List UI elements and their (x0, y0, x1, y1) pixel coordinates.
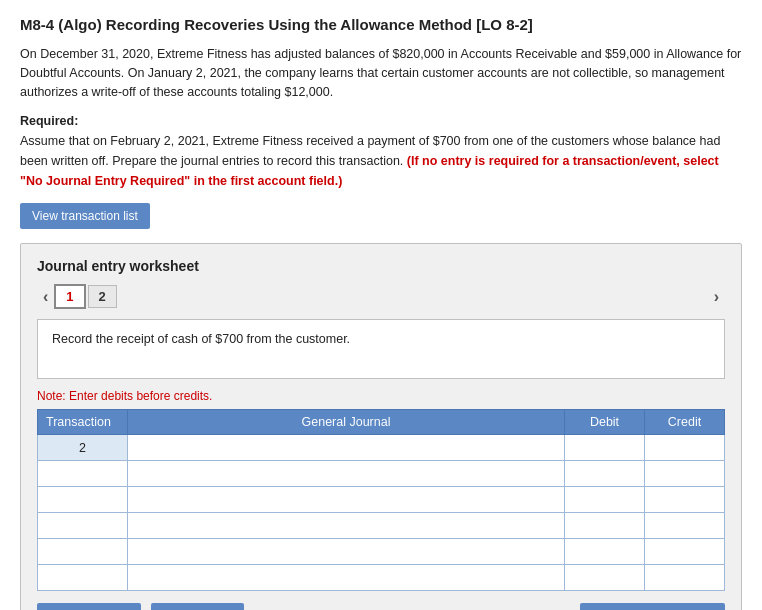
instruction-box: Record the receipt of cash of $700 from … (37, 319, 725, 379)
transaction-cell-1: 2 (38, 435, 128, 461)
credit-cell-4[interactable] (645, 513, 725, 539)
transaction-cell-4 (38, 513, 128, 539)
journal-input-2[interactable] (132, 466, 560, 482)
journal-cell-6[interactable] (128, 565, 565, 591)
credit-input-5[interactable] (649, 544, 720, 560)
table-row: 2 (38, 435, 725, 461)
credit-input-2[interactable] (649, 466, 720, 482)
credit-cell-3[interactable] (645, 487, 725, 513)
journal-input-3[interactable] (132, 492, 560, 508)
journal-input-5[interactable] (132, 544, 560, 560)
table-row (38, 565, 725, 591)
transaction-cell-2 (38, 461, 128, 487)
tab-1[interactable]: 1 (54, 284, 85, 309)
page-title: M8-4 (Algo) Recording Recoveries Using t… (20, 16, 742, 33)
debit-cell-3[interactable] (565, 487, 645, 513)
journal-input-4[interactable] (132, 518, 560, 534)
debit-input-1[interactable] (569, 440, 640, 456)
next-tab-arrow[interactable]: › (708, 286, 725, 308)
credit-cell-6[interactable] (645, 565, 725, 591)
view-transaction-button[interactable]: View transaction list (20, 203, 150, 229)
journal-entry-worksheet: Journal entry worksheet ‹ 1 2 › Record t… (20, 243, 742, 610)
debit-cell-4[interactable] (565, 513, 645, 539)
required-label: Required: (20, 114, 78, 128)
credit-input-3[interactable] (649, 492, 720, 508)
journal-input-6[interactable] (132, 570, 560, 586)
col-header-credit: Credit (645, 410, 725, 435)
clear-entry-button[interactable]: Clear entry (151, 603, 244, 610)
table-row (38, 513, 725, 539)
col-header-transaction: Transaction (38, 410, 128, 435)
required-section: Required: Assume that on February 2, 202… (20, 111, 742, 191)
tab-navigation: ‹ 1 2 › (37, 284, 725, 309)
transaction-cell-3 (38, 487, 128, 513)
credit-cell-1[interactable] (645, 435, 725, 461)
left-buttons: Record entry Clear entry (37, 603, 244, 610)
transaction-cell-5 (38, 539, 128, 565)
prev-tab-arrow[interactable]: ‹ (37, 286, 54, 308)
credit-cell-5[interactable] (645, 539, 725, 565)
journal-cell-3[interactable] (128, 487, 565, 513)
debit-cell-1[interactable] (565, 435, 645, 461)
debit-input-2[interactable] (569, 466, 640, 482)
debit-input-4[interactable] (569, 518, 640, 534)
transaction-cell-6 (38, 565, 128, 591)
note-text: Note: Enter debits before credits. (37, 389, 725, 403)
credit-input-4[interactable] (649, 518, 720, 534)
instruction-text: Record the receipt of cash of $700 from … (52, 332, 350, 346)
credit-input-1[interactable] (649, 440, 720, 456)
journal-cell-4[interactable] (128, 513, 565, 539)
debit-cell-5[interactable] (565, 539, 645, 565)
bottom-buttons-bar: Record entry Clear entry View general jo… (37, 603, 725, 610)
journal-cell-2[interactable] (128, 461, 565, 487)
debit-input-6[interactable] (569, 570, 640, 586)
table-row (38, 539, 725, 565)
record-entry-button[interactable]: Record entry (37, 603, 141, 610)
description-text: On December 31, 2020, Extreme Fitness ha… (20, 45, 742, 101)
debit-cell-2[interactable] (565, 461, 645, 487)
journal-table: Transaction General Journal Debit Credit… (37, 409, 725, 591)
credit-input-6[interactable] (649, 570, 720, 586)
view-general-journal-button[interactable]: View general journal (580, 603, 725, 610)
debit-input-3[interactable] (569, 492, 640, 508)
credit-cell-2[interactable] (645, 461, 725, 487)
col-header-general-journal: General Journal (128, 410, 565, 435)
journal-cell-1[interactable] (128, 435, 565, 461)
table-row (38, 461, 725, 487)
worksheet-title: Journal entry worksheet (37, 258, 725, 274)
debit-cell-6[interactable] (565, 565, 645, 591)
table-row (38, 487, 725, 513)
col-header-debit: Debit (565, 410, 645, 435)
journal-cell-5[interactable] (128, 539, 565, 565)
debit-input-5[interactable] (569, 544, 640, 560)
tab-2[interactable]: 2 (88, 285, 117, 308)
journal-input-1[interactable] (132, 440, 560, 456)
